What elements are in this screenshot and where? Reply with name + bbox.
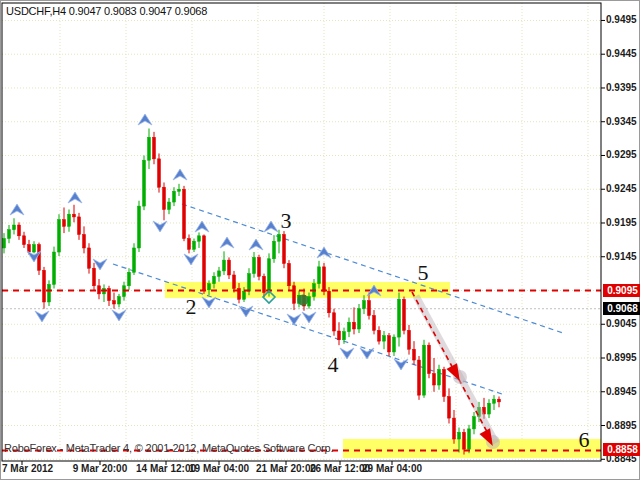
bull-candle [223, 260, 226, 271]
bull-candle [468, 429, 471, 449]
bull-candle [488, 403, 491, 414]
bear-candle [263, 276, 266, 292]
bull-candle [198, 236, 201, 241]
bear-candle [403, 299, 406, 330]
bull-candle [218, 271, 221, 276]
bull-candle [248, 274, 251, 292]
bear-candle [228, 260, 231, 275]
bull-candle [53, 252, 56, 284]
mt4-chart-window: USDCHF,H4 0.9047 0.9083 0.9047 0.9068 Ro… [0, 0, 640, 480]
price-axis-label: 0.9395 [606, 82, 637, 93]
bear-candle [188, 239, 191, 250]
bear-candle [233, 275, 236, 289]
bear-candle [388, 336, 391, 352]
bull-candle [178, 189, 181, 191]
bull-candle [133, 248, 136, 272]
bull-candle [358, 309, 361, 329]
bear-candle [93, 268, 96, 286]
bear-candle [113, 301, 116, 304]
bear-candle [368, 301, 371, 316]
bull-candle [213, 276, 216, 283]
bear-candle [498, 399, 501, 402]
price-axis-label: 0.9195 [606, 217, 637, 228]
bear-candle [38, 245, 41, 271]
bull-candle [393, 337, 396, 352]
bear-candle [88, 248, 91, 268]
bull-candle [318, 267, 321, 284]
time-axis-label[interactable]: 14 Mar 12:00 [136, 463, 196, 474]
bull-candle [253, 257, 256, 273]
bull-candle [118, 297, 121, 304]
bear-candle [373, 315, 376, 330]
time-axis-label[interactable]: 19 Mar 04:00 [189, 463, 249, 474]
bull-candle [138, 206, 141, 248]
bear-candle [293, 286, 296, 304]
bull-candle [33, 245, 36, 252]
price-chart-canvas[interactable] [0, 0, 640, 480]
bear-candle [428, 345, 431, 373]
bear-candle [158, 159, 161, 187]
bull-candle [68, 214, 71, 226]
bull-candle [3, 239, 6, 248]
highlight-zone [343, 439, 601, 458]
bear-candle [288, 263, 291, 285]
price-axis-label: 0.9495 [606, 14, 637, 25]
time-axis-label[interactable]: 29 Mar 04:00 [362, 463, 422, 474]
chart-title: USDCHF,H4 0.9047 0.9083 0.9047 0.9068 [6, 5, 207, 17]
bull-candle [423, 345, 426, 395]
bear-candle [203, 236, 206, 290]
bear-candle [43, 270, 46, 302]
bull-candle [13, 225, 16, 230]
bull-candle [273, 241, 276, 259]
green-dot-marker-icon [298, 295, 309, 306]
price-axis-label: 0.8995 [606, 352, 637, 363]
bull-candle [458, 432, 461, 439]
wave-number-annotation-3: 3 [281, 208, 292, 234]
bear-candle [328, 291, 331, 313]
price-axis-label: 0.9045 [606, 318, 637, 329]
bear-candle [443, 369, 446, 396]
wave-number-annotation-4: 4 [328, 352, 339, 378]
bear-candle [163, 187, 166, 209]
price-axis-label: 0.8945 [606, 386, 637, 397]
bear-candle [83, 234, 86, 248]
bull-candle [48, 284, 51, 302]
bull-candle [348, 322, 351, 331]
bull-candle [473, 417, 476, 429]
price-axis-label: 0.9445 [606, 48, 637, 59]
bear-candle [413, 349, 416, 360]
time-axis-label[interactable]: 9 Mar 20:00 [73, 463, 127, 474]
bull-candle [128, 272, 131, 286]
bear-candle [323, 267, 326, 291]
bull-candle [243, 291, 246, 299]
bull-candle [383, 336, 386, 341]
bull-candle [168, 202, 171, 209]
bull-candle [363, 301, 366, 309]
bear-candle [433, 374, 436, 385]
bear-candle [18, 225, 21, 236]
bear-candle [408, 330, 411, 349]
price-level-badge-0.9095: 0.9095 [603, 284, 640, 297]
bear-candle [23, 236, 26, 245]
bull-candle [173, 191, 176, 202]
bull-candle [58, 220, 61, 252]
bear-candle [98, 286, 101, 294]
copyright-text: RoboForex - MetaTrader 4, © 2001-2012, M… [4, 442, 333, 454]
bear-candle [108, 288, 111, 300]
time-axis-label[interactable]: 21 Mar 20:00 [256, 463, 316, 474]
bear-candle [378, 330, 381, 341]
time-axis-label[interactable]: 7 Mar 2012 [2, 463, 53, 474]
bull-candle [268, 259, 271, 293]
bear-candle [353, 322, 356, 329]
bear-candle [28, 245, 31, 252]
price-axis-label: 0.9245 [606, 183, 637, 194]
bear-candle [78, 217, 81, 235]
bear-candle [258, 257, 261, 276]
bear-candle [463, 432, 466, 449]
price-axis-label: 0.9295 [606, 149, 637, 160]
bear-candle [73, 214, 76, 217]
bull-candle [143, 160, 146, 206]
bear-candle [153, 137, 156, 159]
bull-candle [493, 399, 496, 403]
bear-candle [338, 331, 341, 340]
